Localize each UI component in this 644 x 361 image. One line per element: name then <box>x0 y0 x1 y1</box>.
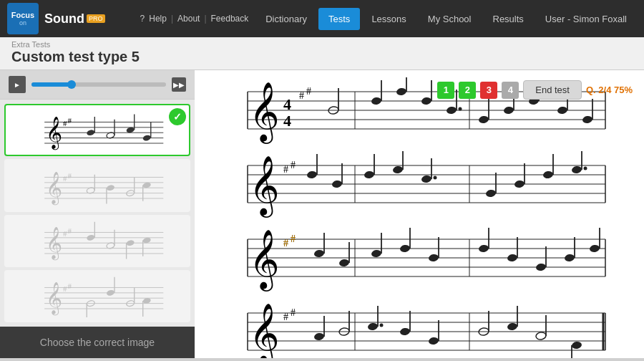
nav-user[interactable]: User - Simon Foxall <box>535 8 637 30</box>
nav-myschool[interactable]: My School <box>418 8 482 30</box>
main-score-4: 𝄞 # # <box>209 299 630 358</box>
svg-text:#: # <box>283 312 288 322</box>
image-choices: 𝄞 # # ✓ <box>0 100 195 327</box>
music-notation-4: 𝄞 # # <box>19 274 176 317</box>
music-notation-2: 𝄞 # # <box>19 164 176 207</box>
sep1: | <box>171 14 173 24</box>
progress-fill <box>31 82 72 87</box>
svg-point-84 <box>421 97 432 105</box>
staff-row-3: 𝄞 # # # # <box>209 225 630 293</box>
svg-point-91 <box>503 106 514 115</box>
svg-text:#: # <box>63 119 67 127</box>
left-panel: ► ▶▶ 𝄞 # <box>0 70 195 358</box>
svg-point-113 <box>331 180 343 188</box>
svg-text:𝄞: 𝄞 <box>46 116 62 150</box>
svg-text:#: # <box>67 171 72 180</box>
svg-text:𝄞: 𝄞 <box>249 304 280 358</box>
nav-dictionary[interactable]: Dictionary <box>255 8 317 30</box>
svg-point-80 <box>371 97 382 105</box>
svg-point-147 <box>338 259 350 267</box>
top-links: ? Help | About | Feedback <box>140 14 249 24</box>
svg-point-128 <box>571 165 582 174</box>
audio-player: ► ▶▶ <box>0 70 195 100</box>
svg-text:#: # <box>67 282 72 291</box>
svg-point-182 <box>367 322 379 331</box>
nav-tests[interactable]: Tests <box>318 8 360 30</box>
svg-text:#: # <box>291 234 296 244</box>
svg-text:#: # <box>67 226 72 235</box>
content-area: ► ▶▶ 𝄞 # <box>0 70 644 358</box>
svg-point-151 <box>399 244 411 253</box>
about-link[interactable]: About <box>177 14 200 24</box>
progress-bar[interactable] <box>31 82 166 87</box>
skip-button[interactable]: ▶▶ <box>172 77 186 92</box>
svg-point-155 <box>478 244 489 253</box>
play-button[interactable]: ► <box>9 76 26 93</box>
svg-text:#: # <box>283 238 288 249</box>
music-notation-1: 𝄞 # # <box>19 109 176 152</box>
svg-point-122 <box>485 189 497 198</box>
help-link[interactable]: Help <box>149 14 167 24</box>
question-controls: 1 2 3 4 End test Q. 2/4 75% <box>437 80 633 100</box>
logo-text: Sound <box>44 11 84 27</box>
svg-point-82 <box>396 87 407 96</box>
svg-point-115 <box>364 170 375 179</box>
sep2: | <box>204 14 206 24</box>
feedback-link[interactable]: Feedback <box>211 14 249 24</box>
top-navigation: Focus on Sound PRO ? Help | About | Feed… <box>0 0 644 37</box>
svg-point-119 <box>421 175 432 183</box>
image-choice-3[interactable]: 𝄞 # # <box>4 215 190 267</box>
choose-image-button[interactable]: Choose the correct image <box>0 327 195 358</box>
correct-checkmark: ✓ <box>169 108 186 125</box>
svg-point-117 <box>392 165 404 174</box>
svg-point-157 <box>507 254 518 262</box>
question-2-btn[interactable]: 2 <box>459 82 476 99</box>
nav-results[interactable]: Results <box>483 8 534 30</box>
svg-point-86 <box>446 106 457 115</box>
svg-text:#: # <box>291 160 296 170</box>
staff-row-2: 𝄞 # # <box>209 151 630 219</box>
logo-on: on <box>19 19 26 27</box>
progress-label: Q. 2/4 75% <box>586 85 633 95</box>
svg-point-191 <box>507 322 518 331</box>
svg-point-187 <box>428 337 439 345</box>
svg-point-88 <box>459 107 462 111</box>
main-score-2: 𝄞 # # <box>209 151 630 219</box>
page-title: Custom test type 5 <box>11 49 633 65</box>
end-test-button[interactable]: End test <box>523 80 582 100</box>
question-4-btn[interactable]: 4 <box>502 82 519 99</box>
music-notation-3: 𝄞 # # <box>19 219 176 262</box>
svg-point-8 <box>86 129 95 136</box>
logo-pro-badge: PRO <box>87 14 105 23</box>
image-choice-1[interactable]: 𝄞 # # ✓ <box>4 104 190 156</box>
svg-point-195 <box>571 341 582 350</box>
logo-focus: Focus <box>11 11 34 19</box>
svg-point-121 <box>434 176 437 180</box>
svg-text:𝄞: 𝄞 <box>249 156 280 218</box>
svg-point-124 <box>514 180 525 188</box>
question-3-btn[interactable]: 3 <box>480 82 497 99</box>
svg-point-89 <box>478 115 489 124</box>
svg-text:#: # <box>67 116 72 125</box>
svg-text:#: # <box>283 164 288 175</box>
svg-point-97 <box>582 115 593 124</box>
svg-text:#: # <box>63 174 67 183</box>
svg-text:𝄞: 𝄞 <box>249 82 280 144</box>
svg-point-184 <box>380 324 384 327</box>
image-choice-2[interactable]: 𝄞 # # <box>4 159 190 211</box>
svg-text:#: # <box>63 229 67 238</box>
svg-point-178 <box>313 332 325 341</box>
svg-point-95 <box>557 106 568 115</box>
svg-text:4: 4 <box>283 112 291 130</box>
question-1-btn[interactable]: 1 <box>437 82 454 99</box>
nav-lessons[interactable]: Lessons <box>361 8 416 30</box>
main-nav: Dictionary Tests Lessons My School Resul… <box>255 8 637 30</box>
svg-point-111 <box>306 170 318 179</box>
svg-text:#: # <box>306 86 311 97</box>
svg-point-153 <box>428 254 439 262</box>
svg-text:𝄞: 𝄞 <box>46 282 62 317</box>
main-score-3: 𝄞 # # # # <box>209 225 630 293</box>
logo-area: Focus on Sound PRO <box>7 3 105 34</box>
image-choice-4[interactable]: 𝄞 # # <box>4 270 190 322</box>
svg-point-163 <box>589 244 600 253</box>
